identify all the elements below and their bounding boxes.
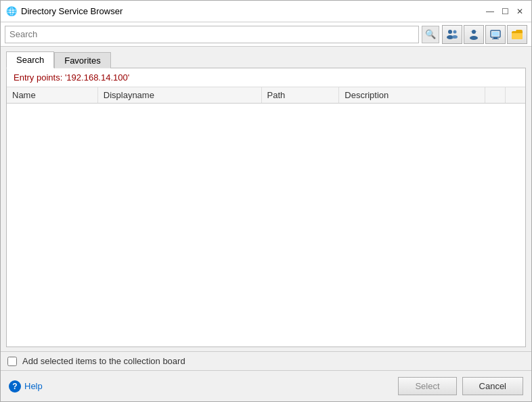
entry-points-label: Entry points: xyxy=(14,72,62,83)
group-icon xyxy=(467,28,481,41)
footer: ? Help Select Cancel xyxy=(1,370,531,401)
users-toolbar-button[interactable] xyxy=(442,25,462,44)
footer-buttons: Select Cancel xyxy=(398,377,523,395)
col-displayname-header[interactable]: Displayname xyxy=(97,87,261,104)
collection-checkbox[interactable] xyxy=(7,357,17,366)
folder-icon xyxy=(510,28,524,41)
search-button[interactable]: 🔍 xyxy=(422,26,439,43)
results-table-container: Name Displayname Path Description xyxy=(7,87,525,347)
help-button[interactable]: ? Help xyxy=(9,380,43,393)
tab-bar: Search Favorites xyxy=(6,51,526,68)
table-header-row: Name Displayname Path Description xyxy=(7,87,525,104)
select-button[interactable]: Select xyxy=(398,377,456,395)
help-label: Help xyxy=(24,381,43,391)
group-toolbar-button[interactable] xyxy=(464,25,484,44)
content-area: Search Favorites Entry points: '192.168.… xyxy=(1,47,531,351)
close-button[interactable]: ✕ xyxy=(514,5,526,18)
window-title: Directory Service Browser xyxy=(21,6,123,16)
computer-icon xyxy=(489,28,502,41)
col-extra1-header xyxy=(485,87,505,104)
svg-rect-8 xyxy=(492,32,499,36)
tab-panel-search: Entry points: '192.168.14.100' Name Disp… xyxy=(6,68,526,347)
main-window: 🌐 Directory Service Browser — ☐ ✕ 🔍 xyxy=(0,0,532,402)
folder-toolbar-button[interactable] xyxy=(507,25,527,44)
collection-bar: Add selected items to the collection boa… xyxy=(1,351,531,370)
help-icon: ? xyxy=(9,380,21,393)
svg-rect-10 xyxy=(492,39,499,39)
computer-toolbar-button[interactable] xyxy=(485,25,506,44)
col-extra2-header xyxy=(505,87,525,104)
cancel-button[interactable]: Cancel xyxy=(462,377,523,395)
title-bar-left: 🌐 Directory Service Browser xyxy=(6,6,123,17)
svg-point-5 xyxy=(470,36,478,40)
maximize-button[interactable]: ☐ xyxy=(499,5,511,18)
title-bar: 🌐 Directory Service Browser — ☐ ✕ xyxy=(1,1,531,22)
search-input-wrapper xyxy=(5,26,419,43)
tab-search[interactable]: Search xyxy=(6,51,54,68)
tab-favorites[interactable]: Favorites xyxy=(54,52,110,68)
search-icon: 🔍 xyxy=(425,29,436,39)
svg-rect-9 xyxy=(493,37,497,39)
svg-point-2 xyxy=(453,30,457,33)
results-table: Name Displayname Path Description xyxy=(7,87,525,104)
col-name-header[interactable]: Name xyxy=(7,87,97,104)
entry-points-bar: Entry points: '192.168.14.100' xyxy=(7,68,525,87)
col-description-header[interactable]: Description xyxy=(339,87,485,104)
search-input[interactable] xyxy=(9,29,414,39)
col-path-header[interactable]: Path xyxy=(261,87,339,104)
app-icon: 🌐 xyxy=(6,6,17,17)
toolbar-icons xyxy=(442,25,527,44)
minimize-button[interactable]: — xyxy=(484,5,496,18)
search-bar: 🔍 xyxy=(1,22,531,47)
svg-point-3 xyxy=(452,35,458,39)
users-icon xyxy=(445,28,459,41)
title-controls: — ☐ ✕ xyxy=(484,5,526,18)
svg-point-0 xyxy=(448,30,452,34)
entry-points-value: '192.168.14.100' xyxy=(65,72,129,83)
svg-rect-6 xyxy=(470,31,477,32)
collection-label: Add selected items to the collection boa… xyxy=(22,356,185,366)
